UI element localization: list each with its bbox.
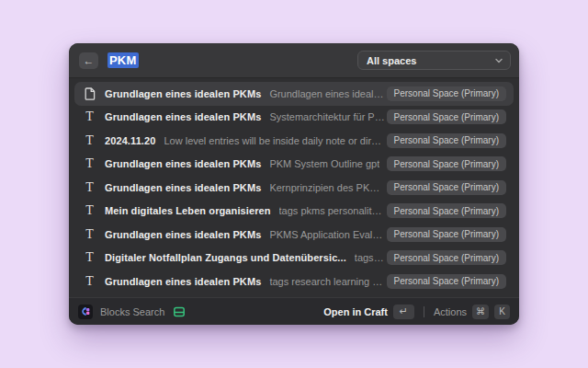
results-list: T Grundlagen eines idealen PKMs Grundlag… xyxy=(69,78,519,297)
result-subtitle: tags pkms personality admin xyxy=(279,205,387,216)
space-badge: Personal Space (Primary) xyxy=(387,180,506,195)
space-badge: Personal Space (Primary) xyxy=(387,203,506,218)
result-row[interactable]: T Mein digitales Leben organisieren tags… xyxy=(74,200,514,224)
space-badge: Personal Space (Primary) xyxy=(387,133,506,148)
result-title: Grundlagen eines idealen PKMs xyxy=(105,182,261,193)
craft-app-icon xyxy=(78,305,93,319)
text-block-icon: T xyxy=(85,251,94,264)
footer-divider xyxy=(424,306,424,317)
result-title: Digitaler Notfallplan Zugangs und Datenü… xyxy=(105,252,346,263)
space-badge: Personal Space (Primary) xyxy=(387,86,506,101)
result-subtitle: Grundlagen eines idealen PKMs xyxy=(269,88,386,99)
k-key-icon: K xyxy=(494,305,510,319)
text-block-icon: T xyxy=(85,157,94,170)
back-arrow-icon: ← xyxy=(84,55,95,66)
search-input[interactable]: PKM xyxy=(107,53,139,67)
result-title: Grundlagen eines idealen PKMs xyxy=(105,111,261,122)
back-button[interactable]: ← xyxy=(79,52,98,69)
footer-bar: Blocks Search Open in Craft ↵ Actions ⌘ … xyxy=(69,297,519,325)
actions-button[interactable]: Actions xyxy=(434,306,467,317)
result-row[interactable]: T Grundlagen eines idealen PKMs PKMS App… xyxy=(74,223,514,247)
blocks-icon xyxy=(173,305,186,318)
result-row[interactable]: T Grundlagen eines idealen PKMs Systemar… xyxy=(74,106,514,130)
command-key-icon: ⌘ xyxy=(472,305,489,319)
result-subtitle: PKMS Application Evaluation Checklist xyxy=(269,229,386,240)
spaces-filter-dropdown[interactable]: All spaces xyxy=(357,51,511,70)
result-title: Grundlagen eines idealen PKMs xyxy=(105,276,261,287)
result-row[interactable]: T Grundlagen eines idealen PKMs tags res… xyxy=(74,270,514,293)
result-title: Grundlagen eines idealen PKMs xyxy=(105,88,261,99)
result-subtitle: tags life admin pkms security xyxy=(355,252,387,263)
blocks-search-dialog: ← PKM All spaces T Grundlagen eines idea… xyxy=(69,43,519,325)
result-title: Grundlagen eines idealen PKMs xyxy=(105,158,261,169)
spaces-filter-label: All spaces xyxy=(367,55,416,66)
result-title: Grundlagen eines idealen PKMs xyxy=(105,229,261,240)
result-row[interactable]: T Digitaler Notfallplan Zugangs und Date… xyxy=(74,247,514,270)
result-row[interactable]: T Grundlagen eines idealen PKMs Kernprin… xyxy=(74,176,514,200)
text-block-icon: T xyxy=(85,110,94,123)
open-in-craft-button[interactable]: Open in Craft xyxy=(323,306,388,317)
search-header: ← PKM All spaces xyxy=(69,43,519,78)
text-block-icon: T xyxy=(85,134,94,147)
text-block-icon: T xyxy=(85,204,94,217)
text-block-icon: T xyxy=(85,181,94,194)
space-badge: Personal Space (Primary) xyxy=(387,109,506,124)
result-subtitle: Low level entries will be inside daily n… xyxy=(164,135,386,146)
result-subtitle: Systemarchitektur für PKM xyxy=(269,111,386,122)
result-subtitle: Kernprinzipien des PKM Systems xyxy=(269,182,386,193)
result-subtitle: tags research learning pkms app dev xyxy=(269,276,386,287)
search-mode-label: Blocks Search xyxy=(100,306,164,317)
result-row[interactable]: T Grundlagen eines idealen PKMs PKM Syst… xyxy=(74,153,514,177)
result-title: 2024.11.20 xyxy=(105,135,155,146)
text-block-icon: T xyxy=(85,275,94,288)
space-badge: Personal Space (Primary) xyxy=(387,156,506,171)
return-key-icon: ↵ xyxy=(393,305,414,319)
space-badge: Personal Space (Primary) xyxy=(387,274,506,289)
result-title: Mein digitales Leben organisieren xyxy=(105,205,271,216)
result-row[interactable]: T Grundlagen eines idealen PKMs Grundlag… xyxy=(74,82,514,106)
result-row[interactable]: T 2024.11.20 Low level entries will be i… xyxy=(74,129,514,153)
result-subtitle: PKM System Outline gpt xyxy=(269,158,379,169)
document-icon xyxy=(85,87,96,100)
space-badge: Personal Space (Primary) xyxy=(387,250,506,265)
space-badge: Personal Space (Primary) xyxy=(387,227,506,242)
text-block-icon: T xyxy=(85,228,94,241)
chevron-down-icon xyxy=(494,56,503,65)
search-query-selected-text: PKM xyxy=(107,52,139,68)
